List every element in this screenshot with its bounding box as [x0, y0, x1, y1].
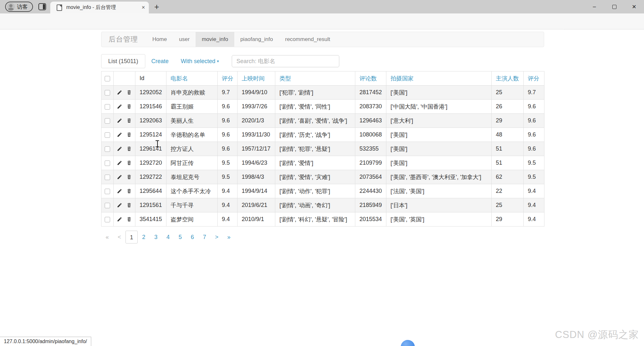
cell-countries: ['意大利'] [386, 114, 492, 128]
page-button-<[interactable]: < [113, 231, 125, 243]
minimize-button[interactable]: – [584, 0, 604, 13]
edit-icon[interactable] [117, 174, 122, 180]
nav-item-recommend_result[interactable]: recommend_result [279, 32, 336, 47]
delete-icon[interactable] [126, 160, 132, 166]
edit-icon[interactable] [117, 146, 122, 152]
close-tab-icon[interactable]: × [141, 4, 145, 11]
edit-icon[interactable] [117, 118, 122, 123]
brand-title: 后台管理 [101, 32, 146, 47]
delete-icon[interactable] [126, 146, 132, 152]
new-tab-button[interactable]: + [154, 2, 159, 12]
row-checkbox[interactable] [105, 161, 110, 166]
column-header[interactable]: 评分 [524, 71, 544, 86]
status-url: 127.0.0.1:5000/admin/piaofang_info/ [4, 339, 87, 344]
page-button-3[interactable]: 3 [150, 231, 162, 243]
cell-countries: ['日本'] [386, 198, 492, 212]
cell-genres: ['剧情', '喜剧', '爱情', '战争'] [275, 114, 355, 128]
search-input[interactable] [232, 55, 339, 67]
profile-label: 访客 [17, 3, 28, 11]
row-checkbox[interactable] [105, 217, 110, 222]
column-header[interactable]: 类型 [275, 71, 355, 86]
cell-rating: 9.6 [218, 128, 237, 142]
cell-cast-count: 51 [492, 156, 524, 170]
column-header[interactable]: 拍摄国家 [386, 71, 492, 86]
row-checkbox[interactable] [105, 146, 110, 152]
column-header[interactable]: 评论数 [355, 71, 386, 86]
cell-release-date: 2020/1/3 [237, 114, 275, 128]
cell-countries: ['美国', '英国'] [386, 212, 492, 227]
column-header[interactable]: 评分 [218, 71, 237, 86]
row-checkbox[interactable] [105, 175, 110, 180]
cell-movie-name: 控方证人 [166, 142, 218, 156]
page-button-1[interactable]: 1 [125, 231, 138, 243]
with-selected-dropdown[interactable]: With selected ▾ [175, 58, 225, 65]
delete-icon[interactable] [126, 118, 132, 123]
cell-rating-2: 9.6 [524, 100, 544, 114]
table-row: 1291546 霸王别姬 9.6 1993/7/26 ['剧情', '爱情', … [101, 100, 544, 114]
delete-icon[interactable] [126, 188, 132, 194]
cell-movie-name: 这个杀手不太冷 [166, 184, 218, 198]
nav-item-Home[interactable]: Home [146, 32, 173, 47]
row-checkbox[interactable] [105, 104, 110, 110]
cell-countries: ['法国', '美国'] [386, 184, 492, 198]
cell-cast-count: 26 [492, 100, 524, 114]
page-button-»[interactable]: » [223, 231, 235, 243]
delete-icon[interactable] [126, 174, 132, 180]
page-button-«[interactable]: « [101, 231, 113, 243]
row-checkbox[interactable] [105, 132, 110, 138]
cell-id: 1292052 [135, 86, 166, 100]
nav-item-movie_info[interactable]: movie_info [196, 32, 234, 47]
cell-comment-count: 2083730 [355, 100, 386, 114]
edit-icon[interactable] [117, 217, 122, 222]
delete-icon[interactable] [126, 90, 132, 95]
cell-cast-count: 25 [492, 86, 524, 100]
cell-comment-count: 2185949 [355, 198, 386, 212]
page-button-5[interactable]: 5 [174, 231, 186, 243]
cell-movie-name: 霸王别姬 [166, 100, 218, 114]
table-row: 1295124 辛德勒的名单 9.6 1993/11/30 ['剧情', '历史… [101, 128, 544, 142]
profile-button[interactable]: 访客 [5, 2, 33, 12]
column-header[interactable]: 电影名 [166, 71, 218, 86]
column-header[interactable]: 主演人数 [492, 71, 524, 86]
column-header[interactable]: 上映时间 [237, 71, 275, 86]
page-button-6[interactable]: 6 [186, 231, 198, 243]
edit-icon[interactable] [117, 160, 122, 166]
browser-tab[interactable]: movie_info - 后台管理 × [50, 2, 149, 13]
delete-icon[interactable] [126, 202, 132, 208]
page-button->[interactable]: > [211, 231, 223, 243]
table-row: 1292052 肖申克的救赎 9.7 1994/9/10 ['犯罪', '剧情'… [101, 86, 544, 100]
maximize-button[interactable] [604, 0, 624, 13]
cell-genres: ['剧情', '爱情', '灾难'] [275, 170, 355, 184]
nav-item-piaofang_info[interactable]: piaofang_info [234, 32, 279, 47]
create-button[interactable]: Create [145, 58, 175, 65]
browser-tab-title: movie_info - 后台管理 [66, 4, 139, 11]
tab-list[interactable]: List (15011) [101, 54, 145, 68]
cell-countries: ['美国'] [386, 156, 492, 170]
close-window-button[interactable]: ✕ [624, 0, 644, 13]
row-checkbox[interactable] [105, 118, 110, 124]
nav-item-user[interactable]: user [173, 32, 196, 47]
page-button-4[interactable]: 4 [162, 231, 174, 243]
delete-icon[interactable] [126, 217, 132, 222]
cell-cast-count: 29 [492, 114, 524, 128]
delete-icon[interactable] [126, 132, 132, 137]
watermark: CSDN @源码之家 [555, 328, 639, 342]
select-all-checkbox[interactable] [105, 76, 110, 81]
page-button-7[interactable]: 7 [198, 231, 211, 243]
page-button-2[interactable]: 2 [138, 231, 150, 243]
edit-icon[interactable] [117, 90, 122, 95]
table-row: 1292720 阿甘正传 9.5 1994/6/23 ['剧情', '爱情'] … [101, 156, 544, 170]
row-checkbox[interactable] [105, 203, 110, 208]
edit-icon[interactable] [117, 104, 122, 109]
edit-icon[interactable] [117, 188, 122, 194]
cell-release-date: 1957/12/17 [237, 142, 275, 156]
row-checkbox[interactable] [105, 90, 110, 95]
edit-icon[interactable] [117, 202, 122, 208]
delete-icon[interactable] [126, 104, 132, 109]
row-checkbox[interactable] [105, 189, 110, 194]
edit-icon[interactable] [117, 132, 122, 137]
cell-id: 1291561 [135, 198, 166, 212]
workspaces-icon[interactable] [38, 3, 46, 10]
cell-release-date: 1994/6/23 [237, 156, 275, 170]
cell-genres: ['剧情', '历史', '战争'] [275, 128, 355, 142]
